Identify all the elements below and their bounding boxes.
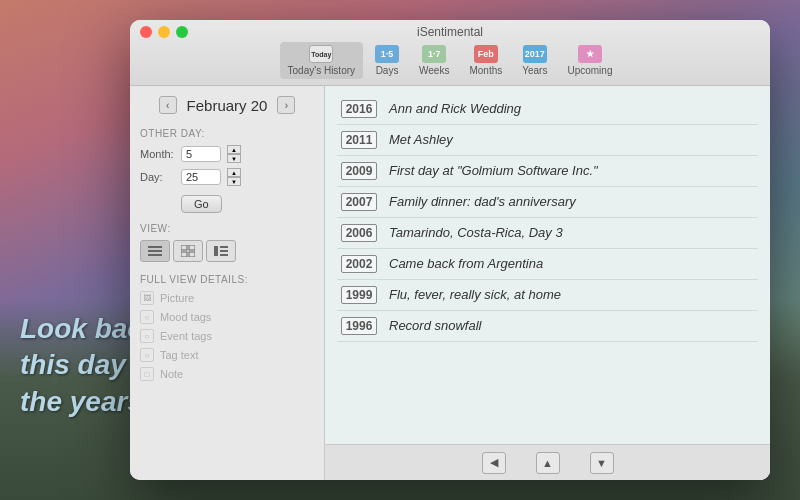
detail-tag: ○ Tag text bbox=[140, 348, 314, 362]
window-title: iSentimental bbox=[417, 25, 483, 39]
view-detail-button[interactable] bbox=[206, 240, 236, 262]
minimize-button[interactable] bbox=[158, 26, 170, 38]
month-up-button[interactable]: ▲ bbox=[227, 145, 241, 154]
svg-rect-6 bbox=[189, 252, 195, 257]
entry-year: 2002 bbox=[341, 255, 377, 273]
tab-todays-history-label: Today's History bbox=[288, 65, 356, 76]
tab-days[interactable]: 1·5 Days bbox=[367, 42, 407, 79]
mood-icon: ○ bbox=[140, 310, 154, 324]
month-field-label: Month: bbox=[140, 148, 175, 160]
tab-todays-history[interactable]: Today Today's History bbox=[280, 42, 364, 79]
svg-rect-2 bbox=[148, 254, 162, 256]
right-panel: 2016Ann and Rick Wedding2011Met Ashley20… bbox=[325, 86, 770, 480]
entry-text: Ann and Rick Wedding bbox=[389, 101, 521, 116]
entry-year: 2011 bbox=[341, 131, 377, 149]
day-stepper: ▲ ▼ bbox=[227, 168, 241, 186]
other-day-section: OTHER DAY: Month: ▲ ▼ Day: ▲ ▼ bbox=[140, 128, 314, 213]
detail-event: ○ Event tags bbox=[140, 329, 314, 343]
day-down-button[interactable]: ▼ bbox=[227, 177, 241, 186]
tab-weeks-label: Weeks bbox=[419, 65, 449, 76]
upcoming-icon: ★ bbox=[578, 45, 602, 63]
table-row[interactable]: 2016Ann and Rick Wedding bbox=[337, 94, 758, 125]
month-field-row: Month: ▲ ▼ bbox=[140, 145, 314, 163]
toolbar: Today Today's History 1·5 Days 1·7 Weeks… bbox=[270, 42, 631, 85]
close-button[interactable] bbox=[140, 26, 152, 38]
entry-text: Record snowfall bbox=[389, 318, 482, 333]
svg-rect-10 bbox=[220, 254, 228, 256]
entry-year: 1996 bbox=[341, 317, 377, 335]
bottom-bar: ◀ ▲ ▼ bbox=[325, 444, 770, 480]
day-field-row: Day: ▲ ▼ bbox=[140, 168, 314, 186]
table-row[interactable]: 1996Record snowfall bbox=[337, 311, 758, 342]
view-grid-button[interactable] bbox=[173, 240, 203, 262]
grid-icon bbox=[181, 245, 195, 257]
entry-year: 2009 bbox=[341, 162, 377, 180]
entry-year: 1999 bbox=[341, 286, 377, 304]
entry-text: Family dinner: dad's anniversary bbox=[389, 194, 576, 209]
bottom-up-button[interactable]: ▲ bbox=[536, 452, 560, 474]
month-down-button[interactable]: ▼ bbox=[227, 154, 241, 163]
tag-icon: ○ bbox=[140, 348, 154, 362]
entry-text: Tamarindo, Costa-Rica, Day 3 bbox=[389, 225, 563, 240]
entry-text: Met Ashley bbox=[389, 132, 453, 147]
entry-text: Came back from Argentina bbox=[389, 256, 543, 271]
detail-tag-label: Tag text bbox=[160, 349, 199, 361]
entry-text: Flu, fever, really sick, at home bbox=[389, 287, 561, 302]
go-button[interactable]: Go bbox=[181, 195, 222, 213]
bottom-prev-button[interactable]: ◀ bbox=[482, 452, 506, 474]
tab-years[interactable]: 2017 Years bbox=[514, 42, 555, 79]
svg-rect-4 bbox=[189, 245, 195, 250]
left-panel: ‹ February 20 › OTHER DAY: Month: ▲ ▼ Da… bbox=[130, 86, 325, 480]
svg-rect-9 bbox=[220, 250, 228, 252]
next-month-button[interactable]: › bbox=[277, 96, 295, 114]
month-stepper: ▲ ▼ bbox=[227, 145, 241, 163]
view-buttons bbox=[140, 240, 314, 262]
window-controls bbox=[140, 26, 188, 38]
years-icon: 2017 bbox=[523, 45, 547, 63]
view-label: VIEW: bbox=[140, 223, 314, 234]
table-row[interactable]: 1999Flu, fever, really sick, at home bbox=[337, 280, 758, 311]
todays-history-icon: Today bbox=[309, 45, 333, 63]
svg-rect-5 bbox=[181, 252, 187, 257]
prev-month-button[interactable]: ‹ bbox=[159, 96, 177, 114]
entry-year: 2007 bbox=[341, 193, 377, 211]
day-field-label: Day: bbox=[140, 171, 175, 183]
view-list-button[interactable] bbox=[140, 240, 170, 262]
bottom-down-button[interactable]: ▼ bbox=[590, 452, 614, 474]
entry-text: First day at "Golmium Software Inc." bbox=[389, 163, 598, 178]
detail-event-label: Event tags bbox=[160, 330, 212, 342]
table-row[interactable]: 2011Met Ashley bbox=[337, 125, 758, 156]
content-area: ‹ February 20 › OTHER DAY: Month: ▲ ▼ Da… bbox=[130, 86, 770, 480]
table-row[interactable]: 2009First day at "Golmium Software Inc." bbox=[337, 156, 758, 187]
days-icon: 1·5 bbox=[375, 45, 399, 63]
tab-days-label: Days bbox=[376, 65, 399, 76]
tab-years-label: Years bbox=[522, 65, 547, 76]
table-row[interactable]: 2006Tamarindo, Costa-Rica, Day 3 bbox=[337, 218, 758, 249]
table-row[interactable]: 2002Came back from Argentina bbox=[337, 249, 758, 280]
day-up-button[interactable]: ▲ bbox=[227, 168, 241, 177]
table-row[interactable]: 2007Family dinner: dad's anniversary bbox=[337, 187, 758, 218]
day-input[interactable] bbox=[181, 169, 221, 185]
list-icon bbox=[148, 245, 162, 257]
svg-rect-7 bbox=[214, 246, 218, 256]
detail-mood-label: Mood tags bbox=[160, 311, 211, 323]
detail-note-label: Note bbox=[160, 368, 183, 380]
main-window: iSentimental Today Today's History 1·5 D… bbox=[130, 20, 770, 480]
svg-rect-1 bbox=[148, 250, 162, 252]
view-section: VIEW: bbox=[140, 223, 314, 262]
weeks-icon: 1·7 bbox=[422, 45, 446, 63]
titlebar-top: iSentimental bbox=[130, 26, 770, 42]
tab-upcoming[interactable]: ★ Upcoming bbox=[559, 42, 620, 79]
svg-rect-3 bbox=[181, 245, 187, 250]
titlebar: iSentimental Today Today's History 1·5 D… bbox=[130, 20, 770, 86]
month-nav: ‹ February 20 › bbox=[140, 96, 314, 114]
month-display: February 20 bbox=[187, 97, 268, 114]
maximize-button[interactable] bbox=[176, 26, 188, 38]
detail-note: □ Note bbox=[140, 367, 314, 381]
tab-months[interactable]: Feb Months bbox=[461, 42, 510, 79]
tab-weeks[interactable]: 1·7 Weeks bbox=[411, 42, 457, 79]
month-input[interactable] bbox=[181, 146, 221, 162]
detail-mood: ○ Mood tags bbox=[140, 310, 314, 324]
picture-icon: 🖼 bbox=[140, 291, 154, 305]
entries-list: 2016Ann and Rick Wedding2011Met Ashley20… bbox=[325, 86, 770, 444]
